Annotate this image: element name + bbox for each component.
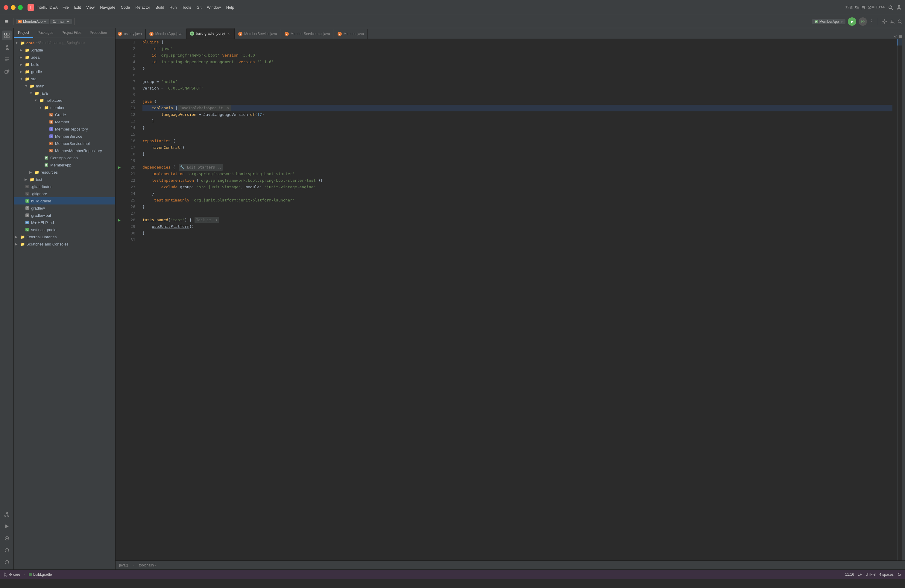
status-encoding[interactable]: UTF-8 — [865, 572, 876, 577]
search-icon[interactable] — [888, 5, 893, 10]
toolbar-separator-3 — [878, 18, 878, 25]
menu-file[interactable]: File — [62, 5, 69, 10]
tab-build-gradle[interactable]: G build.gradle (core) ✕ — [186, 29, 235, 39]
settings-icon[interactable] — [882, 19, 887, 24]
edit-starters-hint[interactable]: 🔧 Edit Starters... — [179, 164, 223, 171]
status-line-col[interactable]: 11:16 — [845, 572, 854, 577]
debug-button[interactable] — [859, 17, 867, 26]
menu-help[interactable]: Help — [226, 5, 234, 10]
activity-structure-icon[interactable] — [2, 54, 12, 64]
more-actions-btn[interactable]: ⋮ — [869, 19, 874, 24]
tree-gitattributes[interactable]: ▶ G .gitattributes — [14, 183, 115, 190]
menu-run[interactable]: Run — [170, 5, 177, 10]
tree-src[interactable]: ▼ 📁 src — [14, 75, 115, 82]
tab-memberapp[interactable]: J MemberApp.java — [146, 29, 186, 39]
code-line-28: tasks.named('test') { Task it -> — [143, 217, 892, 223]
tab-close-build-gradle[interactable]: ✕ — [227, 32, 231, 36]
tree-grade[interactable]: ▶ E Grade — [14, 111, 115, 118]
tree-member-app[interactable]: ▶ MemberApp — [14, 161, 115, 168]
tree-build-dir[interactable]: ▶ 📁 build — [14, 61, 115, 68]
breadcrumb-section[interactable]: toolchain{} — [139, 563, 156, 567]
menu-window[interactable]: Window — [207, 5, 221, 10]
menu-navigate[interactable]: Navigate — [100, 5, 115, 10]
tree-gradlew-bat[interactable]: ▶ F gradlew.bat — [14, 212, 115, 219]
tree-member-repository[interactable]: ▶ I MemberRepository — [14, 126, 115, 133]
project-badge[interactable]: C MemberApp — [16, 19, 49, 24]
activity-run-icon[interactable] — [2, 521, 12, 531]
activity-notifications-icon[interactable]: i — [2, 545, 12, 555]
tree-gradle-dir[interactable]: ▶ 📁 gradle — [14, 68, 115, 75]
tree-help-md[interactable]: ▶ M M+ HELP.md — [14, 219, 115, 226]
tab-production[interactable]: Production — [86, 28, 111, 38]
tree-gradlew[interactable]: ▶ F gradlew — [14, 205, 115, 212]
tab-packages[interactable]: Packages — [33, 28, 57, 38]
tree-test[interactable]: ▶ 📁 test — [14, 176, 115, 183]
run-gutter-line28[interactable]: ▶ — [116, 217, 123, 223]
tree-member-service-impl[interactable]: ▶ C MemberServiceImpl — [14, 140, 115, 147]
maximize-button[interactable] — [18, 5, 23, 10]
activity-vcs-icon[interactable] — [2, 510, 12, 519]
tree-idea[interactable]: ▶ 📁 .idea — [14, 54, 115, 61]
menu-git[interactable]: Git — [197, 5, 202, 10]
tab-project-files[interactable]: Project Files — [57, 28, 86, 38]
tree-main[interactable]: ▼ 📁 main — [14, 82, 115, 89]
grade-label: Grade — [55, 113, 66, 117]
tab-project[interactable]: Project — [14, 28, 33, 38]
svg-text:C: C — [50, 142, 52, 145]
tree-resources[interactable]: ▶ 📁 resources — [14, 168, 115, 176]
tabs-overflow[interactable] — [891, 35, 905, 39]
tree-member[interactable]: ▼ 📁 member — [14, 104, 115, 111]
code-content[interactable]: plugins { id 'java' id 'org.springframew… — [138, 39, 897, 561]
activity-commit-icon[interactable] — [2, 43, 12, 52]
status-branch[interactable]: ⊙ core — [3, 572, 20, 577]
status-lf[interactable]: LF — [858, 572, 862, 577]
tree-member-class[interactable]: ▶ C Member — [14, 118, 115, 126]
tree-gradle-hidden[interactable]: ▶ 📁 .gradle — [14, 46, 115, 54]
tabs-more-icon[interactable] — [899, 35, 903, 39]
tree-scratches[interactable]: ▶ 📁 Scratches and Consoles — [14, 240, 115, 248]
activity-settings-icon[interactable] — [2, 558, 12, 567]
activity-project-icon[interactable] — [2, 30, 12, 40]
tree-external-libs[interactable]: ▶ 📁 External Libraries — [14, 233, 115, 240]
minimize-button[interactable] — [11, 5, 16, 10]
tree-gitignore[interactable]: ▶ G .gitignore — [14, 190, 115, 197]
tab-memberserviceimpl[interactable]: J MemberServiceImpl.java — [281, 29, 334, 39]
close-button[interactable] — [3, 5, 8, 10]
run-config-badge[interactable]: ▶ MemberApp — [812, 19, 845, 24]
menu-refactor[interactable]: Refactor — [136, 5, 150, 10]
tree-hello-core[interactable]: ▼ 📁 hello.core — [14, 97, 115, 104]
vcs-icon[interactable] — [897, 5, 902, 10]
project-nav-btn[interactable] — [2, 18, 11, 25]
tree-build-gradle[interactable]: ▶ G build.gradle — [14, 197, 115, 205]
run-gutter-line20[interactable]: ▶ — [116, 164, 123, 171]
run-button[interactable]: ▶ — [848, 17, 856, 26]
tree-core-application[interactable]: ▶ CoreApplication — [14, 154, 115, 161]
status-file[interactable]: build.gradle — [29, 572, 52, 577]
status-notifications[interactable] — [897, 572, 902, 577]
tree-member-service[interactable]: ▶ I MemberService — [14, 133, 115, 140]
tree-memory-member-repo[interactable]: ▶ C MemoryMemberRepository — [14, 147, 115, 154]
svg-text:G: G — [26, 229, 28, 231]
menu-tools[interactable]: Tools — [182, 5, 191, 10]
search-everywhere-icon[interactable] — [897, 19, 903, 24]
activity-plugins-icon[interactable] — [2, 67, 12, 76]
status-indent[interactable]: 4 spaces — [879, 572, 894, 577]
svg-text:I: I — [51, 128, 51, 130]
tab-memberservice[interactable]: J MemberService.java — [235, 29, 281, 39]
scroll-indicator[interactable] — [902, 39, 905, 561]
branch-badge[interactable]: main — [50, 19, 72, 24]
tree-java[interactable]: ▼ 📁 java — [14, 89, 115, 97]
activity-debug-icon[interactable] — [2, 534, 12, 543]
tree-root[interactable]: ▼ 📁 core ~/Github/Learning_Spring/core — [14, 39, 115, 46]
sidebar: Project Packages Project Files Productio… — [14, 28, 116, 569]
tab-repository[interactable]: J ository.java — [116, 29, 146, 39]
menu-code[interactable]: Code — [121, 5, 130, 10]
menu-view[interactable]: View — [86, 5, 95, 10]
breadcrumb-filetype[interactable]: java{} — [119, 563, 128, 567]
tab-member[interactable]: J Member.java — [334, 29, 368, 39]
account-icon[interactable] — [889, 19, 895, 24]
menu-build[interactable]: Build — [156, 5, 164, 10]
menu-edit[interactable]: Edit — [74, 5, 81, 10]
code-editor[interactable]: ▶ ▶ 12345 678910 1112131415 1617181920 — [116, 39, 905, 561]
tree-settings-gradle[interactable]: ▶ G settings.gradle — [14, 226, 115, 233]
